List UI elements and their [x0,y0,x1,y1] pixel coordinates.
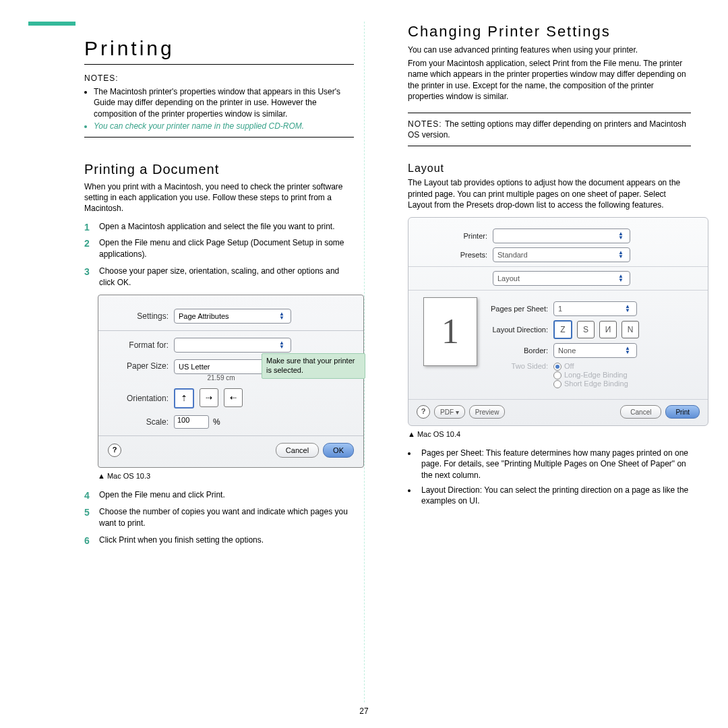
border-select[interactable]: None ▲▼ [553,343,637,358]
settings-select[interactable]: Page Attributes ▲▼ [174,309,291,324]
ok-button[interactable]: OK [323,443,354,458]
page-number: 27 [0,706,728,716]
help-button[interactable]: ? [108,444,121,457]
rule [84,137,354,138]
layout-intro: The Layout tab provides options to adjus… [408,177,691,210]
notes-label: NOTES: [84,73,119,83]
steps-4-6: Open the File menu and click Print. Choo… [84,489,354,545]
person-icon: ⇡ [181,394,187,403]
pane-value: Layout [497,274,520,282]
label-two-sided: Two Sided: [484,362,548,370]
rule [408,266,708,267]
page-preview: 1 [423,297,477,366]
layout-feature-list: Pages per Sheet: This feature determines… [408,448,691,506]
radio-long-edge[interactable] [553,371,562,380]
layout-dir-4[interactable]: N [621,321,639,338]
feature-layout-direction: Layout Direction: You can select the pri… [417,485,691,506]
preview-button[interactable]: Preview [469,405,506,419]
select-arrows-icon: ▲▼ [616,273,626,284]
pps-value: 1 [558,305,562,313]
label-border: Border: [484,346,548,355]
person-rot-icon: ⇢ [206,393,212,402]
scale-input[interactable]: 100 [174,415,209,429]
page-setup-dialog: Settings: Page Attributes ▲▼ Format for:… [98,295,364,468]
radio-off[interactable] [553,363,562,371]
label-presets: Presets: [417,251,487,259]
printing-doc-intro: When you print with a Macintosh, you nee… [84,181,354,214]
scale-unit: % [213,417,220,427]
format-for-select[interactable]: ▲▼ [174,338,291,353]
label-paper-size: Paper Size: [108,359,169,371]
feature-pages-per-sheet: Pages per Sheet: This feature determines… [417,448,691,481]
print-button[interactable]: Print [665,405,700,419]
step-2: Open the File menu and click Page Setup … [84,237,354,260]
help-button[interactable]: ? [417,405,430,419]
rule [98,330,363,331]
border-value: None [558,346,576,355]
label-layout-direction: Layout Direction: [484,326,548,334]
label-orientation: Orientation: [108,394,169,403]
settings-value: Page Attributes [179,312,229,320]
label-printer: Printer: [417,232,487,240]
step-4: Open the File menu and click Print. [84,489,354,501]
select-arrows-icon: ▲▼ [616,249,626,260]
orientation-portrait[interactable]: ⇡ [174,388,194,408]
radio-short-edge[interactable] [553,380,562,388]
notes-label: NOTES: [408,119,445,129]
rule [98,435,363,436]
select-arrows-icon: ▲▼ [623,345,632,356]
notes-box: NOTES: The setting options may differ de… [408,113,691,146]
rule [84,64,354,65]
step-3: Choose your paper size, orientation, sca… [84,266,354,289]
label-settings: Settings: [108,311,169,321]
label-pages-per-sheet: Pages per Sheet: [484,305,548,313]
select-arrows-icon: ▲▼ [623,303,632,314]
caption-macos-103: ▲ Mac OS 10.3 [98,472,354,480]
orientation-group: ⇡ ⇢ ⇠ [174,388,243,408]
caption-macos-104: ▲ Mac OS 10.4 [408,430,691,438]
two-sided-group: Off Long-Edge Binding Short Edge Binding [553,362,628,388]
callout-printer-selected: Make sure that your printer is selected. [262,353,365,379]
layout-dir-3[interactable]: И [599,321,617,338]
printer-select[interactable]: ▲▼ [493,229,630,243]
step-5: Choose the number of copies you want and… [84,506,354,529]
rule [408,290,708,291]
step-1: Open a Macintosh application and select … [84,221,354,233]
subheading-printing-doc: Printing a Document [84,162,354,177]
label-format-for: Format for: [108,340,169,350]
steps-1-3: Open a Macintosh application and select … [84,221,354,289]
presets-value: Standard [497,251,528,259]
pages-per-sheet-select[interactable]: 1 ▲▼ [553,301,637,316]
orientation-landscape-right[interactable]: ⇠ [224,388,243,407]
cancel-button[interactable]: Cancel [276,443,319,458]
notes-heading: NOTES: [84,73,354,84]
heading-layout: Layout [408,162,691,175]
notes-text: The setting options may differ depending… [408,119,686,140]
section-title-printing: Printing [84,37,354,60]
presets-select[interactable]: Standard ▲▼ [493,247,630,262]
label-scale: Scale: [108,417,169,427]
notes-list: The Macintosh printer's properties windo… [84,86,354,131]
person-rot-icon: ⇠ [230,393,237,402]
accent-bar [28,22,75,26]
note-item: The Macintosh printer's properties windo… [94,86,354,119]
note-item-cdrom: You can check your printer name in the s… [94,121,354,131]
cps-p2: From your Macintosh application, select … [408,58,691,102]
paper-dimensions: 21.59 cm [174,374,268,382]
orientation-landscape-left[interactable]: ⇢ [200,388,218,407]
select-arrows-icon: ▲▼ [277,311,286,322]
cps-p1: You can use advanced printing features w… [408,44,691,55]
select-arrows-icon: ▲▼ [277,340,286,351]
rule [408,399,708,400]
layout-dir-1[interactable]: Z [553,320,572,339]
paper-size-value: US Letter [179,363,210,371]
scale-value: 100 [177,416,189,424]
print-layout-dialog: Printer: ▲▼ Presets: Standard ▲▼ [408,217,708,426]
cancel-button[interactable]: Cancel [620,405,661,419]
pdf-button[interactable]: PDF ▾ [434,405,465,419]
pane-select[interactable]: Layout ▲▼ [493,271,630,286]
heading-changing-printer-settings: Changing Printer Settings [408,23,691,40]
step-6: Click Print when you finish setting the … [84,535,354,546]
select-arrows-icon: ▲▼ [616,231,626,241]
layout-dir-2[interactable]: S [577,321,595,338]
